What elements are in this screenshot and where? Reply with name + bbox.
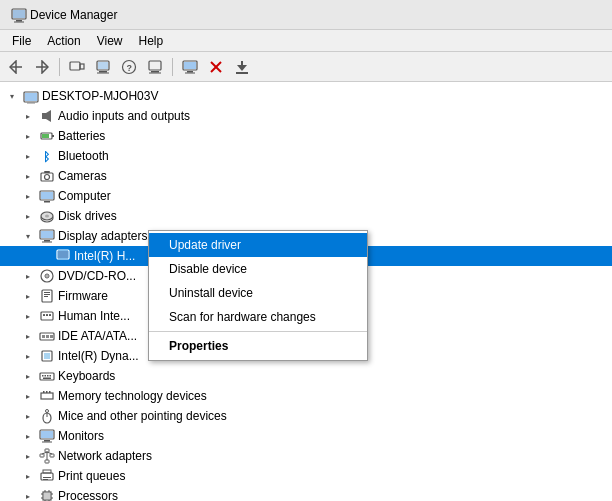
toolbar-btn4[interactable] <box>91 56 115 78</box>
bluetooth-icon: ᛒ <box>39 148 55 164</box>
svg-rect-84 <box>44 440 50 442</box>
root-expand[interactable] <box>4 88 20 104</box>
svg-rect-11 <box>99 71 107 73</box>
display-expand[interactable] <box>20 228 36 244</box>
svg-rect-60 <box>43 314 45 316</box>
computer-expand[interactable] <box>20 188 36 204</box>
cameras-expand[interactable] <box>20 168 36 184</box>
audio-label: Audio inputs and outputs <box>58 109 190 123</box>
title-bar: Device Manager <box>0 0 612 30</box>
svg-rect-76 <box>43 391 45 393</box>
dvd-expand[interactable] <box>20 268 36 284</box>
svg-rect-75 <box>41 393 53 399</box>
processors-label: Processors <box>58 489 118 501</box>
keyboards-expand[interactable] <box>20 368 36 384</box>
print-expand[interactable] <box>20 468 36 484</box>
tree-disk[interactable]: Disk drives <box>0 206 612 226</box>
print-label: Print queues <box>58 469 125 483</box>
audio-expand[interactable] <box>20 108 36 124</box>
bluetooth-label: Bluetooth <box>58 149 109 163</box>
toolbar-btn6[interactable] <box>143 56 167 78</box>
svg-point-38 <box>45 175 50 180</box>
tree-audio[interactable]: Audio inputs and outputs <box>0 106 612 126</box>
svg-rect-12 <box>97 72 109 73</box>
svg-line-91 <box>47 452 52 454</box>
memory-expand[interactable] <box>20 388 36 404</box>
main-content: DESKTOP-MJOH03V Audio inputs and outputs… <box>0 82 612 501</box>
human-expand[interactable] <box>20 308 36 324</box>
batteries-expand[interactable] <box>20 128 36 144</box>
menu-action[interactable]: Action <box>39 32 88 50</box>
processors-expand[interactable] <box>20 488 36 501</box>
tree-network[interactable]: Network adapters <box>0 446 612 466</box>
toolbar-download[interactable] <box>230 56 254 78</box>
svg-rect-8 <box>70 62 80 70</box>
network-label: Network adapters <box>58 449 152 463</box>
tree-print[interactable]: Print queues <box>0 466 612 486</box>
audio-icon <box>39 108 55 124</box>
tree-cameras[interactable]: Cameras <box>0 166 612 186</box>
tree-bluetooth[interactable]: ᛒ Bluetooth <box>0 146 612 166</box>
toolbar-remove[interactable] <box>204 56 228 78</box>
svg-rect-83 <box>41 431 53 438</box>
svg-rect-34 <box>52 135 54 137</box>
toolbar-back[interactable] <box>4 56 28 78</box>
cameras-label: Cameras <box>58 169 107 183</box>
tree-memory[interactable]: Memory technology devices <box>0 386 612 406</box>
tree-computer[interactable]: Computer <box>0 186 612 206</box>
svg-text:ᛒ: ᛒ <box>43 150 50 164</box>
svg-rect-39 <box>44 171 50 173</box>
bluetooth-expand[interactable] <box>20 148 36 164</box>
root-label: DESKTOP-MJOH03V <box>42 89 158 103</box>
tree-root[interactable]: DESKTOP-MJOH03V <box>0 86 612 106</box>
context-menu-properties[interactable]: Properties <box>149 334 367 358</box>
svg-rect-3 <box>13 10 25 18</box>
menu-bar: File Action View Help <box>0 30 612 52</box>
menu-help[interactable]: Help <box>131 32 172 50</box>
tree-batteries[interactable]: Batteries <box>0 126 612 146</box>
network-expand[interactable] <box>20 448 36 464</box>
disk-label: Disk drives <box>58 209 117 223</box>
mice-label: Mice and other pointing devices <box>58 409 227 423</box>
context-menu-disable-device[interactable]: Disable device <box>149 257 367 281</box>
toolbar-help-btn[interactable]: ? <box>117 56 141 78</box>
svg-rect-61 <box>46 314 48 316</box>
computer-icon <box>39 188 55 204</box>
svg-rect-58 <box>44 296 48 297</box>
svg-rect-65 <box>46 335 49 338</box>
tree-mice[interactable]: Mice and other pointing devices <box>0 406 612 426</box>
menu-view[interactable]: View <box>89 32 131 50</box>
ide-expand[interactable] <box>20 328 36 344</box>
context-menu-uninstall-device[interactable]: Uninstall device <box>149 281 367 305</box>
dvd-icon <box>39 268 55 284</box>
tree-keyboards[interactable]: Keyboards <box>0 366 612 386</box>
svg-line-90 <box>42 452 47 454</box>
inteldyn-expand[interactable] <box>20 348 36 364</box>
svg-rect-68 <box>44 353 50 359</box>
toolbar-forward[interactable] <box>30 56 54 78</box>
tree-processors[interactable]: Processors <box>0 486 612 501</box>
svg-rect-2 <box>14 21 24 22</box>
svg-point-54 <box>46 275 48 277</box>
monitors-expand[interactable] <box>20 428 36 444</box>
svg-rect-27 <box>236 72 248 74</box>
root-icon <box>23 88 39 104</box>
toolbar-monitor[interactable] <box>178 56 202 78</box>
svg-rect-78 <box>49 391 51 393</box>
batteries-label: Batteries <box>58 129 105 143</box>
ide-label: IDE ATA/ATA... <box>58 329 137 343</box>
context-menu-update-driver[interactable]: Update driver <box>149 233 367 257</box>
computer-label: Computer <box>58 189 111 203</box>
svg-rect-71 <box>45 375 47 377</box>
svg-rect-85 <box>42 442 52 443</box>
tree-monitors[interactable]: Monitors <box>0 426 612 446</box>
keyboards-icon <box>39 368 55 384</box>
menu-file[interactable]: File <box>4 32 39 50</box>
svg-rect-16 <box>149 61 161 70</box>
context-menu-scan-hardware[interactable]: Scan for hardware changes <box>149 305 367 329</box>
toolbar-btn3[interactable] <box>65 56 89 78</box>
svg-rect-56 <box>44 292 50 293</box>
mice-expand[interactable] <box>20 408 36 424</box>
disk-expand[interactable] <box>20 208 36 224</box>
firmware-expand[interactable] <box>20 288 36 304</box>
